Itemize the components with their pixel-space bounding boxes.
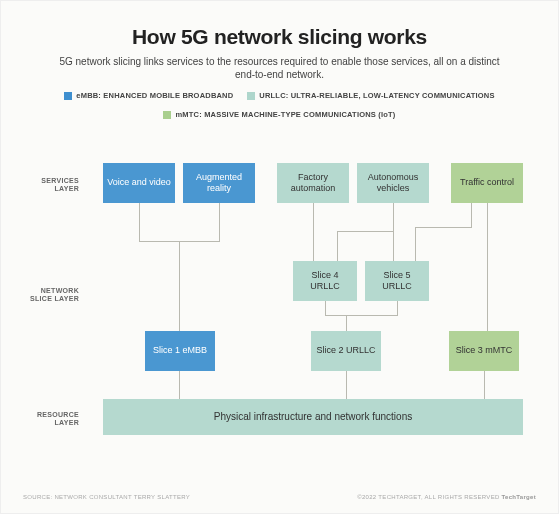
line bbox=[346, 371, 347, 399]
legend-mmtc: mMTC: MASSIVE MACHINE-TYPE COMMUNICATION… bbox=[11, 110, 548, 119]
service-av: Autonomous vehicles bbox=[357, 163, 429, 203]
resource-layer: Physical infrastructure and network func… bbox=[103, 399, 523, 435]
footer-copyright: ©2022 TECHTARGET, ALL RIGHTS RESERVED bbox=[357, 494, 499, 500]
line bbox=[219, 203, 220, 241]
slice-1: Slice 1 eMBB bbox=[145, 331, 215, 371]
title: How 5G network slicing works bbox=[11, 25, 548, 49]
slice-5: Slice 5 URLLC bbox=[365, 261, 429, 301]
diagram-frame: How 5G network slicing works 5G network … bbox=[0, 0, 559, 514]
line bbox=[484, 371, 485, 399]
line bbox=[179, 241, 180, 331]
legend-urllc: URLLC: ULTRA-RELIABLE, LOW-LATENCY COMMU… bbox=[247, 91, 494, 100]
service-factory: Factory automation bbox=[277, 163, 349, 203]
line bbox=[179, 371, 180, 399]
legend-urllc-label: URLLC: ULTRA-RELIABLE, LOW-LATENCY COMMU… bbox=[259, 91, 494, 100]
service-traffic: Traffic control bbox=[451, 163, 523, 203]
swatch-blue-icon bbox=[64, 92, 72, 100]
legend-embb-label: eMBB: ENHANCED MOBILE BROADBAND bbox=[76, 91, 233, 100]
line bbox=[325, 301, 326, 315]
line bbox=[397, 301, 398, 315]
line bbox=[415, 227, 472, 228]
line bbox=[393, 231, 394, 261]
slice-3: Slice 3 mMTC bbox=[449, 331, 519, 371]
swatch-green-icon bbox=[163, 111, 171, 119]
slice-4: Slice 4 URLLC bbox=[293, 261, 357, 301]
line bbox=[487, 203, 488, 331]
line bbox=[346, 315, 347, 331]
line bbox=[325, 315, 398, 316]
legend-mmtc-label: mMTC: MASSIVE MACHINE-TYPE COMMUNICATION… bbox=[175, 110, 395, 119]
line bbox=[471, 203, 472, 227]
line bbox=[313, 203, 314, 261]
legend: eMBB: ENHANCED MOBILE BROADBAND URLLC: U… bbox=[11, 91, 548, 119]
swatch-teal-icon bbox=[247, 92, 255, 100]
service-voice: Voice and video bbox=[103, 163, 175, 203]
diagram-inner: How 5G network slicing works 5G network … bbox=[11, 11, 548, 503]
line bbox=[337, 231, 338, 261]
row-slice-label: NETWORK SLICE LAYER bbox=[25, 287, 79, 304]
footer-source: SOURCE: NETWORK CONSULTANT TERRY SLATTER… bbox=[23, 494, 190, 500]
footer: SOURCE: NETWORK CONSULTANT TERRY SLATTER… bbox=[23, 494, 536, 500]
footer-brand: TechTarget bbox=[502, 494, 536, 500]
line bbox=[393, 203, 394, 231]
line bbox=[337, 231, 394, 232]
row-resource-label: RESOURCE LAYER bbox=[25, 411, 79, 428]
line bbox=[415, 227, 416, 261]
line bbox=[139, 203, 140, 241]
legend-embb: eMBB: ENHANCED MOBILE BROADBAND bbox=[64, 91, 233, 100]
subtitle: 5G network slicing links services to the… bbox=[11, 55, 548, 81]
row-services-label: SERVICES LAYER bbox=[25, 177, 79, 194]
slice-2: Slice 2 URLLC bbox=[311, 331, 381, 371]
service-ar: Augmented reality bbox=[183, 163, 255, 203]
